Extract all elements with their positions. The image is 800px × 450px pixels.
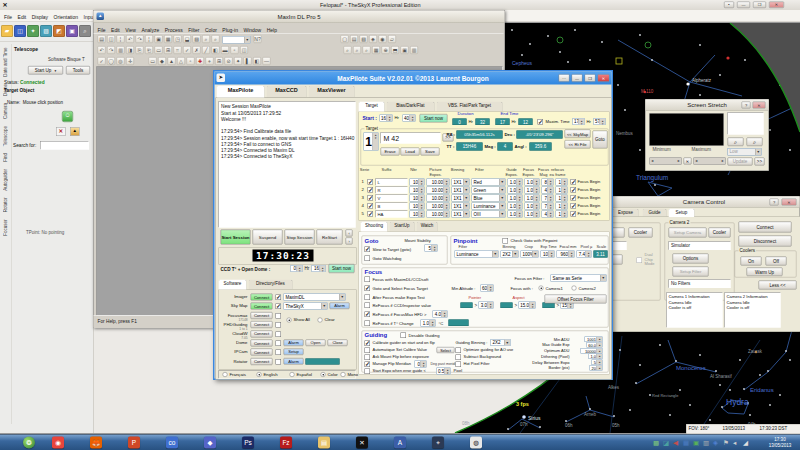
tray-arrow-icon[interactable]: ◢ — [743, 439, 748, 447]
series-focus-mag-spinner[interactable]: 7 — [542, 195, 554, 202]
tab-shooting[interactable]: Shooting — [361, 222, 388, 232]
series-refocus-spinner[interactable]: 1 — [556, 211, 568, 218]
maxim-toolbar-icon[interactable]: ◉ — [379, 35, 387, 43]
alarm-button[interactable]: Alarm — [284, 340, 304, 347]
display-icon[interactable]: ◩ — [53, 25, 65, 37]
maxim-toolbar-icon[interactable]: ▨ — [193, 35, 201, 43]
maxpilote-extra-button[interactable]: ⋯ — [559, 74, 570, 82]
maxim-toolbar-icon[interactable]: ▢ — [341, 35, 349, 43]
maxim-toolbar-icon[interactable]: ▥ — [410, 46, 418, 54]
series-guide-exp-spinner[interactable]: 1.0 — [508, 203, 523, 210]
disable-guiding-checkbox[interactable] — [401, 333, 407, 339]
maxim-toolbar-icon[interactable]: ⊞ — [215, 57, 223, 65]
focus-begin-checkbox[interactable] — [571, 187, 577, 193]
photoshop-icon[interactable]: Ps — [242, 437, 254, 449]
focus-begin-checkbox[interactable] — [571, 195, 577, 201]
error-guide-spinner[interactable]: 0.5 — [437, 368, 451, 375]
slew-icon[interactable]: ☺ — [62, 111, 73, 122]
maxim-toolbar-icon[interactable]: ◳ — [174, 35, 182, 43]
series-exposure-spinner[interactable]: 10.00 — [427, 195, 450, 202]
param-spinner-border-pix-[interactable]: 20 — [590, 365, 603, 371]
software-select-theskyx[interactable]: TheSkyX — [284, 303, 328, 310]
maxim-toolbar-icon[interactable]: ↶ — [98, 46, 106, 54]
lang-english-radio[interactable] — [257, 372, 262, 377]
tab-maxviewer[interactable]: MaxViewer — [309, 86, 355, 98]
camera2-cooler-button[interactable]: Cooler — [709, 228, 731, 238]
delete-icon[interactable]: ✕ — [56, 127, 66, 136]
series-focus-mag-spinner[interactable]: 8 — [542, 179, 554, 186]
aspect-threshold-spinner[interactable]: 15.0 — [519, 302, 536, 309]
minimum-slider[interactable] — [650, 158, 682, 165]
pp-binning-select[interactable]: 2X2 — [501, 251, 519, 258]
slew-to-target-checkbox[interactable] — [365, 247, 371, 253]
lang-francais-radio[interactable] — [223, 372, 228, 377]
maxpilote-titlebar[interactable]: ➤ MaxPilote Suite V2.02.01 ©2013 Laurent… — [215, 72, 612, 85]
ccd-min-spinner[interactable]: 16 — [312, 265, 326, 272]
maxim-toolbar-icon[interactable]: ▣ — [401, 46, 409, 54]
color-radio[interactable] — [321, 372, 326, 377]
maxim-help-icon[interactable]: N? — [254, 35, 262, 43]
tray-teal-icon[interactable]: ◪ — [663, 439, 669, 447]
maxim-toolbar-icon[interactable]: ◆ — [158, 57, 166, 65]
series-suffix-input[interactable]: L — [376, 179, 408, 186]
connect-rotator-button[interactable]: Connect — [251, 358, 273, 365]
start-hour-spinner[interactable]: 16 — [380, 115, 393, 122]
focus-begin-checkbox[interactable] — [571, 211, 577, 217]
maxim-menu-file[interactable]: File — [98, 27, 106, 33]
pointer-threshold-spinner[interactable]: 3.0 — [479, 302, 494, 309]
series-focus-mag-spinner[interactable]: 4 — [542, 211, 554, 218]
maxim-toolbar-icon[interactable]: ⬓ — [183, 35, 191, 43]
cooler-on-button[interactable]: On — [741, 257, 762, 266]
maxim-toolbar-icon[interactable]: ⌕ — [344, 46, 352, 54]
target-name-input[interactable]: M 42 — [381, 133, 441, 144]
series-focus-exp-spinner[interactable]: 1.0 — [525, 203, 540, 210]
maxim-time-checkbox[interactable] — [538, 119, 544, 125]
maxim-menu-help[interactable]: Help — [267, 27, 277, 33]
firefox-icon[interactable]: 🦊 — [90, 437, 102, 449]
taskbar-clock[interactable]: 17:30 13/05/2013 — [762, 436, 798, 448]
maxim-toolbar-icon[interactable]: ▫ — [231, 46, 239, 54]
start-now-button[interactable]: Start now — [420, 114, 448, 123]
cooler-off-button[interactable]: Off — [766, 257, 787, 266]
tray-blue-icon[interactable]: ▦ — [683, 439, 689, 447]
param-spinner-max-guide-exp[interactable]: 60.0 — [587, 342, 603, 348]
series-focus-mag-spinner[interactable]: 7 — [542, 203, 554, 210]
check-goto-pinpoint-checkbox[interactable] — [503, 238, 509, 244]
stretch-mode-select[interactable]: Low — [728, 148, 762, 156]
sidebar-tab-rotator[interactable]: Rotator — [3, 198, 8, 213]
maxim-toolbar-icon[interactable]: ✓ — [183, 46, 191, 54]
flip-meridian-spinner[interactable]: 0 — [415, 361, 427, 368]
tray-flag-icon[interactable]: ⚑ — [723, 439, 729, 447]
maxim-icon[interactable]: ◍ — [470, 437, 482, 449]
ask-flip-checkbox[interactable] — [365, 355, 371, 361]
maxpilote-minimize-button[interactable]: — — [572, 74, 583, 82]
skyx-pin-icon[interactable]: ▪ — [724, 2, 734, 9]
series-nbr-spinner[interactable]: 10 — [410, 187, 425, 194]
powerpoint-icon[interactable]: P — [128, 437, 140, 449]
session-pager-down[interactable]: › — [346, 238, 353, 245]
chart-icon[interactable]: ▲ — [70, 127, 80, 136]
maxim-toolbar-icon[interactable]: ▦ — [372, 46, 380, 54]
update-button[interactable]: Update — [728, 158, 753, 166]
series-enabled-checkbox[interactable] — [368, 179, 374, 185]
series-exposure-spinner[interactable]: 10.00 — [427, 179, 450, 186]
maxim-toolbar-icon[interactable]: ✚ — [196, 57, 204, 65]
gem-icon[interactable]: ◆ — [204, 437, 216, 449]
series-suffix-input[interactable]: B — [376, 203, 408, 210]
skyx-minimize-button[interactable]: — — [737, 2, 750, 9]
maxim-toolbar-icon[interactable]: ▭ — [155, 46, 163, 54]
maxim-toolbar-icon[interactable]: ◈ — [369, 35, 377, 43]
maxim-toolbar-icon[interactable]: ▬ — [221, 46, 229, 54]
sidebar-tab-find[interactable]: Find — [3, 153, 8, 162]
maxim-zoom-combobox[interactable] — [223, 36, 251, 44]
series-binning-select[interactable]: 1X1 — [452, 187, 470, 194]
series-refocus-spinner[interactable]: 1 — [556, 195, 568, 202]
maxim-toolbar-icon[interactable]: ▲ — [168, 57, 176, 65]
subtract-bg-checkbox[interactable] — [456, 355, 462, 361]
skyx-menu-display[interactable]: Display — [32, 15, 48, 21]
camera2-setup-filter-button[interactable]: Setup Filter — [673, 267, 709, 277]
connect-focusmax-button[interactable]: Connect — [251, 312, 273, 319]
tray-green-icon[interactable]: ▩ — [653, 439, 659, 447]
save-icon[interactable]: ◫ — [14, 25, 26, 37]
load-button[interactable]: Load — [401, 148, 420, 156]
